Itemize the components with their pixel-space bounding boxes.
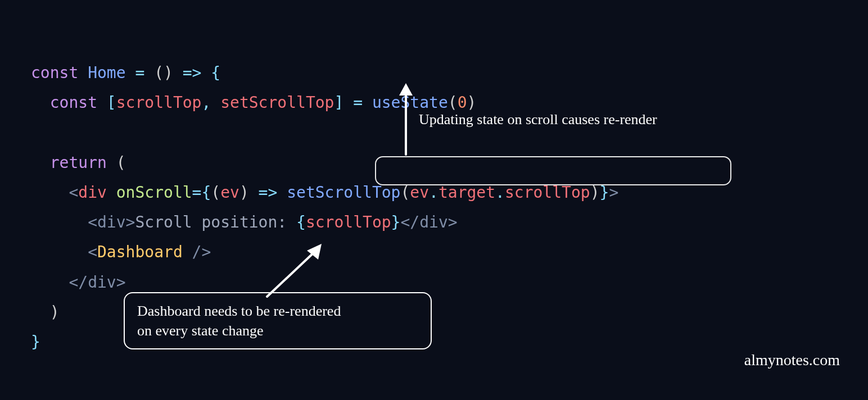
line-10: }: [31, 333, 40, 351]
annotation-bottom-box: Dashboard needs to be re-rendered on eve…: [124, 292, 432, 349]
line-9: ): [31, 303, 60, 321]
line-4: return (: [31, 153, 126, 172]
annotation-top: Updating state on scroll causes re-rende…: [419, 110, 657, 129]
line-8: </div>: [31, 273, 126, 292]
line-2: const [scrollTop, setScrollTop] = useSta…: [31, 93, 476, 112]
line-7: <Dashboard />: [31, 243, 211, 261]
watermark: almynotes.com: [744, 351, 840, 369]
line-5: <div onScroll={(ev) => setScrollTop(ev.t…: [31, 183, 618, 202]
line-6: <div>Scroll position: {scrollTop}</div>: [31, 213, 458, 231]
line-1: const Home = () => {: [31, 63, 220, 82]
